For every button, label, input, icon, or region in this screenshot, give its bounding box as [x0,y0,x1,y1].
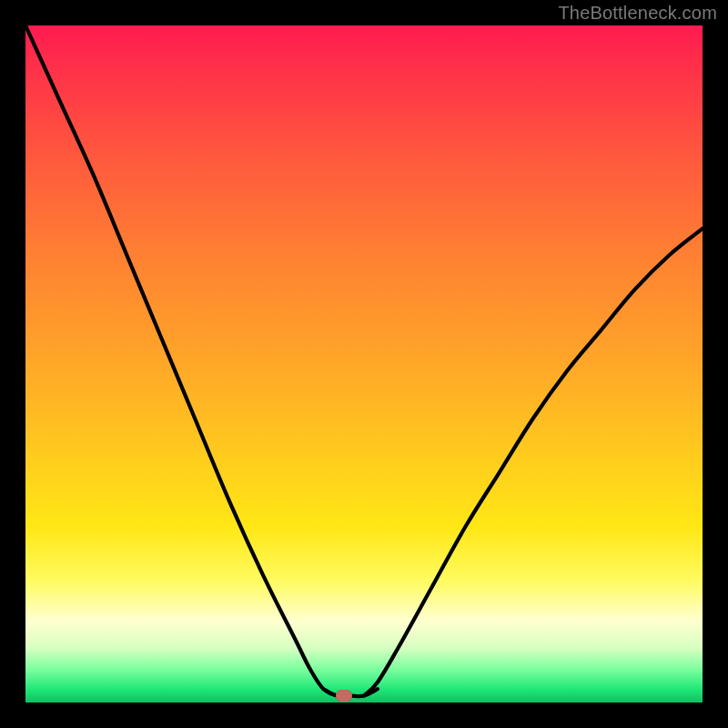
plot-area [25,25,703,703]
optimal-point-marker [336,690,352,702]
bottleneck-curve [25,25,703,703]
watermark-label: TheBottleneck.com [558,3,717,24]
chart-frame: TheBottleneck.com [0,0,728,728]
